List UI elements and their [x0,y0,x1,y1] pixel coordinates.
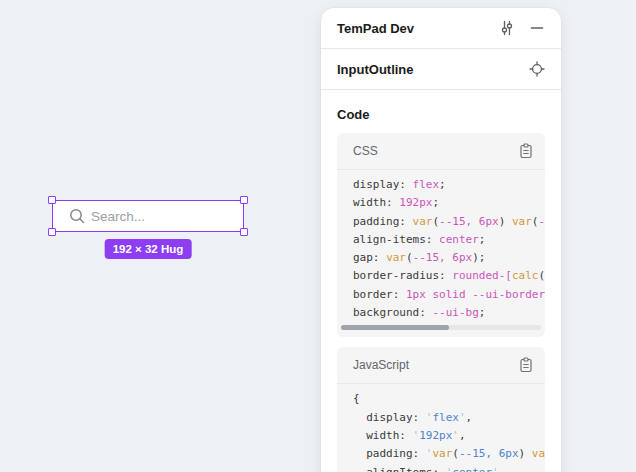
code-line: align-items: center; [353,231,545,249]
javascript-code-block[interactable]: { display: 'flex', width: '192px', paddi… [337,384,545,472]
javascript-card-title: JavaScript [353,358,519,372]
code-line: padding: var(--15, 6px) var(-- [353,213,545,231]
scrollbar-thumb[interactable] [341,325,449,330]
selection-handle-top-left[interactable] [48,196,56,204]
css-card-title: CSS [353,144,519,158]
css-code-block[interactable]: display: flex;width: 192px;padding: var(… [337,170,545,322]
code-line: alignItems: 'center', [353,464,545,472]
component-row: InputOutline [321,49,561,90]
css-code-card: CSS display: flex;width: 192px;padding: … [337,133,545,337]
search-input-component[interactable]: Search... [52,200,244,232]
component-name: InputOutline [337,62,529,77]
javascript-card-header: JavaScript [337,347,545,384]
css-card-header: CSS [337,133,545,170]
tempad-dev-panel: TemPad Dev InputOutline [321,8,561,472]
locate-icon[interactable] [529,61,545,77]
code-line: width: '192px', [353,427,545,445]
search-icon [69,208,85,224]
dimension-badge: 192 × 32 Hug [105,239,192,259]
code-line: display: 'flex', [353,409,545,427]
copy-icon[interactable] [519,143,533,159]
code-line: background: --ui-bg; [353,304,545,322]
sliders-icon[interactable] [499,20,515,36]
selection-handle-bottom-left[interactable] [48,228,56,236]
code-line: padding: 'var(--15, 6px) var( [353,445,545,463]
code-section-label: Code [321,90,561,133]
code-line: display: flex; [353,176,545,194]
code-line: gap: var(--15, 6px); [353,249,545,267]
search-placeholder: Search... [91,209,145,224]
panel-title: TemPad Dev [337,21,499,36]
code-line: { [353,390,545,408]
javascript-code-card: JavaScript { display: 'flex', width: '19… [337,347,545,472]
code-line: width: 192px; [353,194,545,212]
selection-handle-top-right[interactable] [240,196,248,204]
selection-handle-bottom-right[interactable] [240,228,248,236]
copy-icon[interactable] [519,357,533,373]
panel-header: TemPad Dev [321,8,561,49]
minimize-icon[interactable] [529,20,545,36]
code-line: border-radius: rounded-[calc(var [353,267,545,285]
code-line: border: 1px solid --ui-border-c [353,286,545,304]
horizontal-scrollbar[interactable] [341,325,541,330]
